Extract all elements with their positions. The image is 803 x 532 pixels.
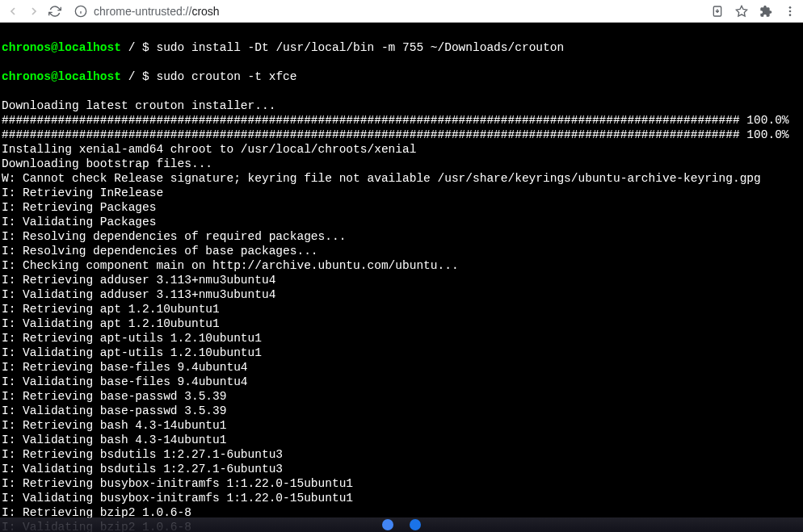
- terminal-line: I: Validating bsdutils 1:2.27.1-6ubuntu3: [2, 462, 801, 476]
- terminal-line: I: Validating adduser 3.113+nmu3ubuntu4: [2, 287, 801, 302]
- url-display: chrome-untrusted://crosh: [94, 5, 220, 18]
- terminal-line: I: Retrieving bsdutils 1:2.27.1-6ubuntu3: [2, 447, 801, 462]
- terminal-line: ########################################…: [2, 113, 801, 128]
- terminal-line: I: Retrieving busybox-initramfs 1:1.22.0…: [2, 476, 801, 491]
- terminal-line: I: Resolving dependencies of base packag…: [2, 244, 801, 258]
- shelf-app-icon[interactable]: [410, 519, 421, 530]
- menu-icon[interactable]: [784, 5, 797, 18]
- svg-point-6: [789, 10, 792, 12]
- terminal-output[interactable]: chronos@localhost / $ sudo install -Dt /…: [0, 23, 803, 532]
- extensions-icon[interactable]: [759, 5, 772, 18]
- terminal-line: I: Checking component main on http://arc…: [2, 258, 801, 273]
- terminal-line: I: Retrieving apt 1.2.10ubuntu1: [2, 302, 801, 316]
- nav-controls: [6, 5, 61, 18]
- terminal-line: I: Retrieving apt-utils 1.2.10ubuntu1: [2, 331, 801, 346]
- prompt-line-1: chronos@localhost / $ sudo install -Dt /…: [2, 40, 801, 55]
- browser-toolbar: chrome-untrusted://crosh: [0, 0, 803, 23]
- terminal-line: I: Validating bash 4.3-14ubuntu1: [2, 433, 801, 447]
- terminal-line: W: Cannot check Release signature; keyri…: [2, 171, 801, 186]
- reload-button[interactable]: [48, 5, 61, 18]
- toolbar-actions: [711, 5, 797, 18]
- terminal-line: I: Validating base-passwd 3.5.39: [2, 404, 801, 418]
- shelf-app-icon[interactable]: [382, 519, 393, 530]
- terminal-line: Downloading latest crouton installer...: [2, 98, 801, 113]
- terminal-line: I: Retrieving adduser 3.113+nmu3ubuntu4: [2, 273, 801, 287]
- forward-button[interactable]: [27, 5, 40, 18]
- svg-point-7: [789, 14, 792, 16]
- terminal-line: I: Retrieving Packages: [2, 200, 801, 215]
- shelf[interactable]: [0, 517, 803, 532]
- prompt-line-2: chronos@localhost / $ sudo crouton -t xf…: [2, 69, 801, 84]
- install-icon[interactable]: [711, 5, 724, 18]
- terminal-line: I: Retrieving bash 4.3-14ubuntu1: [2, 418, 801, 433]
- terminal-line: I: Validating apt 1.2.10ubuntu1: [2, 316, 801, 331]
- terminal-line: I: Retrieving base-passwd 3.5.39: [2, 389, 801, 404]
- bookmark-icon[interactable]: [735, 5, 748, 18]
- svg-marker-4: [736, 6, 746, 16]
- terminal-line: I: Retrieving InRelease: [2, 186, 801, 200]
- terminal-line: I: Validating busybox-initramfs 1:1.22.0…: [2, 491, 801, 505]
- svg-point-5: [789, 6, 792, 9]
- terminal-line: I: Validating base-files 9.4ubuntu4: [2, 375, 801, 389]
- terminal-line: Downloading bootstrap files...: [2, 157, 801, 171]
- site-info-icon[interactable]: [74, 5, 87, 18]
- terminal-line: ########################################…: [2, 128, 801, 142]
- terminal-line: I: Retrieving base-files 9.4ubuntu4: [2, 360, 801, 375]
- terminal-line: Installing xenial-amd64 chroot to /usr/l…: [2, 142, 801, 157]
- terminal-line: I: Validating apt-utils 1.2.10ubuntu1: [2, 346, 801, 360]
- address-bar[interactable]: chrome-untrusted://crosh: [68, 5, 704, 18]
- terminal-line: I: Validating Packages: [2, 215, 801, 229]
- terminal-line: I: Resolving dependencies of required pa…: [2, 229, 801, 244]
- back-button[interactable]: [6, 5, 19, 18]
